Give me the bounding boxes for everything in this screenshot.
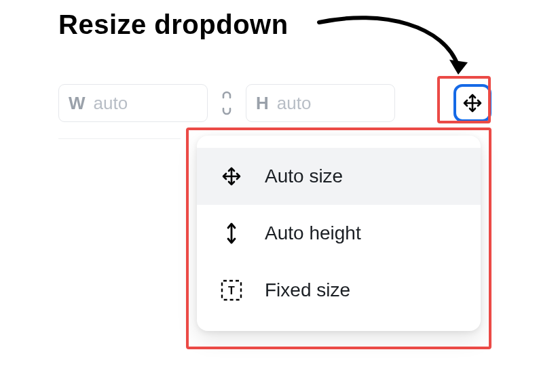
menu-item-auto-height[interactable]: Auto height bbox=[197, 205, 481, 262]
annotation-arrow bbox=[316, 12, 472, 80]
resize-icon bbox=[461, 92, 484, 115]
menu-item-fixed-size[interactable]: T Fixed size bbox=[197, 262, 481, 319]
menu-item-label: Fixed size bbox=[265, 279, 350, 301]
height-letter: H bbox=[256, 93, 269, 114]
menu-item-label: Auto height bbox=[265, 222, 361, 244]
menu-item-auto-size[interactable]: Auto size bbox=[197, 148, 481, 205]
annotation-label: Resize dropdown bbox=[58, 9, 289, 40]
width-letter: W bbox=[69, 93, 86, 114]
divider bbox=[58, 138, 181, 139]
menu-item-label: Auto size bbox=[265, 165, 343, 187]
auto-height-icon bbox=[217, 219, 246, 248]
svg-text:T: T bbox=[228, 285, 235, 296]
height-input[interactable]: H auto bbox=[246, 84, 395, 122]
width-value: auto bbox=[94, 93, 128, 114]
size-controls-row: W auto H auto bbox=[58, 80, 491, 126]
fixed-size-icon: T bbox=[217, 276, 246, 305]
resize-dropdown-button[interactable] bbox=[453, 84, 491, 122]
height-value: auto bbox=[277, 93, 312, 114]
link-dimensions-icon[interactable] bbox=[215, 84, 239, 122]
width-input[interactable]: W auto bbox=[58, 84, 208, 122]
svg-marker-0 bbox=[449, 60, 468, 75]
auto-size-icon bbox=[217, 162, 246, 191]
resize-dropdown-menu: Auto size Auto height T bbox=[197, 136, 481, 331]
